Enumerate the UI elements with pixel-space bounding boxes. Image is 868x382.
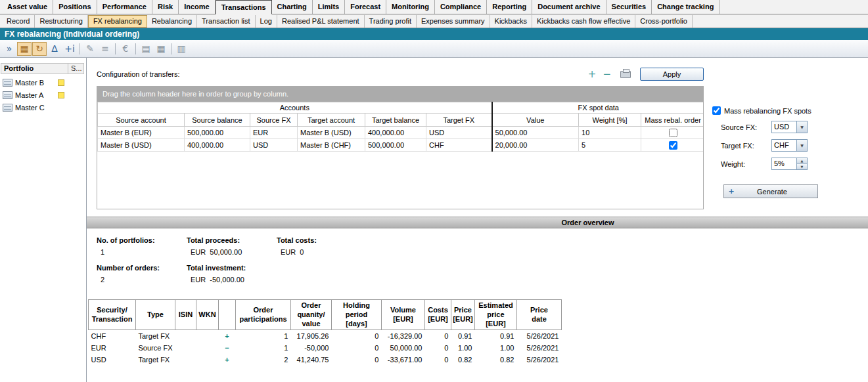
col-isin[interactable]: ISIN [175,300,196,330]
app-window: Asset value Positions Performance Risk I… [0,0,868,382]
mass-order-checkbox[interactable] [669,129,677,137]
tab-performance[interactable]: Performance [97,0,152,14]
col-security-transaction[interactable]: Security/ Transaction [89,300,136,330]
mass-rebalancing-checkbox[interactable] [712,106,721,115]
status-column-header[interactable]: S... [68,63,84,74]
col-order-quantity-value[interactable]: Order quanity/ value [290,300,331,330]
tab-document-archive[interactable]: Document archive [532,0,606,14]
add-transfer-icon[interactable]: + [588,68,597,80]
group-header-fx-spot-data[interactable]: FX spot data [492,102,704,114]
config-transfers-label: Configuration of transfers: [97,70,180,78]
col-source-fx[interactable]: Source FX [250,114,298,127]
subtab-cross-portfolio[interactable]: Cross-portfolio [635,15,693,28]
tab-risk[interactable]: Risk [152,0,179,14]
source-fx-select[interactable]: USD ▼ [771,121,808,133]
spin-up-icon[interactable]: ▲ [797,158,807,163]
generate-icon: + [724,187,739,196]
col-price-date[interactable]: Price date [516,300,561,330]
col-weight[interactable]: Weight [%] [579,114,641,127]
subtab-rebalancing[interactable]: Rebalancing [147,15,197,28]
tab-charting[interactable]: Charting [272,0,313,14]
subtab-realised-pl-statement[interactable]: Realised P&L statement [277,15,365,28]
chevron-down-icon[interactable]: ▼ [796,140,807,151]
print-icon[interactable] [620,71,631,78]
delta-icon[interactable]: Δ [47,42,62,56]
subtab-kickbacks[interactable]: Kickbacks [490,15,533,28]
generate-button[interactable]: + Generate [723,184,818,198]
adjust-icon[interactable]: ≡ [98,42,112,56]
tab-monitoring[interactable]: Monitoring [386,0,435,14]
status-indicator [58,92,64,98]
subtab-record[interactable]: Record [2,15,35,28]
toolbar: » ▦ ↻ Δ +i ✎ ≡ € ▤ ▦ ▥ [0,40,868,58]
weight-stepper[interactable]: 5% ▲ ▼ [771,158,808,170]
tab-reporting[interactable]: Reporting [487,0,532,14]
subtab-trading-profit[interactable]: Trading profit [365,15,417,28]
copy-table-icon[interactable]: ▥ [174,42,189,56]
col-source-account[interactable]: Source account [98,114,185,127]
spin-down-icon[interactable]: ▼ [797,163,807,169]
subtab-kickbacks-cash-flow-effective[interactable]: Kickbacks cash flow effective [532,15,635,28]
col-holding-period[interactable]: Holding period [days] [331,300,381,330]
portfolio-item-master-b[interactable]: Master B [0,76,86,89]
col-order-participations[interactable]: Order participations [235,300,290,330]
col-source-balance[interactable]: Source balance [185,114,250,127]
subtab-restructuring[interactable]: Restructuring [35,15,87,28]
tab-change-tracking[interactable]: Change tracking [652,0,720,14]
col-target-balance[interactable]: Target balance [365,114,426,127]
add-info-icon[interactable]: +i [62,42,77,56]
new-note-icon[interactable]: ▤ [139,42,153,56]
col-value[interactable]: Value [492,114,579,127]
euro-icon[interactable]: € [118,42,133,56]
col-target-account[interactable]: Target account [298,114,365,127]
apply-button[interactable]: Apply [640,68,704,81]
order-row[interactable]: EUR Source FX − 1 -50,000 0 50,000.00 0 … [89,342,562,354]
col-wkn[interactable]: WKN [196,300,218,330]
transfer-row[interactable]: Master B (USD) 400,000.00 USD Master B (… [98,139,704,152]
tab-limits[interactable]: Limits [313,0,345,14]
tab-transactions[interactable]: Transactions [216,0,272,14]
portfolio-item-master-a[interactable]: Master A [0,89,86,101]
orders-count-label: Number of orders: [97,263,187,274]
chevron-down-icon[interactable]: ▼ [796,121,807,133]
subtab-log[interactable]: Log [256,15,277,28]
buy-sign: + [218,354,235,366]
order-row[interactable]: CHF Target FX + 1 17,905.26 0 -16,329.00… [89,330,562,342]
subtab-fx-rebalancing[interactable]: FX rebalancing [88,15,147,28]
mass-rebalancing-panel: Mass rebalancing FX spots Source FX: USD… [712,106,868,198]
refresh-icon[interactable]: ↻ [32,42,47,56]
portfolio-label: Master A [15,91,43,99]
remove-transfer-icon[interactable]: − [603,68,611,80]
col-target-fx[interactable]: Target FX [426,114,492,127]
tab-compliance[interactable]: Compliance [435,0,487,14]
mass-order-checkbox[interactable] [669,141,677,150]
tab-securities[interactable]: Securities [606,0,652,14]
subtab-expenses-summary[interactable]: Expenses summary [417,15,490,28]
subtab-transaction-list[interactable]: Transaction list [197,15,256,28]
table-icon[interactable]: ▦ [154,42,168,56]
tab-income[interactable]: Income [179,0,216,14]
col-sign[interactable] [218,300,235,330]
group-header-accounts[interactable]: Accounts [98,102,492,114]
tab-positions[interactable]: Positions [53,0,97,14]
collapse-sidebar-icon[interactable]: » [2,42,16,56]
col-mass-rebal-order[interactable]: Mass rebal. order [641,114,704,127]
grid-edit-icon[interactable]: ▦ [17,42,32,56]
portfolio-item-master-c[interactable]: Master C [0,101,86,114]
portfolio-icon [3,79,12,87]
group-by-hint-bar: Drag the column header here in order to … [97,87,703,102]
col-costs[interactable]: Costs [EUR] [424,300,451,330]
edit-icon[interactable]: ✎ [83,42,97,56]
tab-asset-value[interactable]: Asset value [2,0,53,14]
col-price[interactable]: Price [EUR] [451,300,474,330]
target-fx-select[interactable]: CHF ▼ [771,139,808,152]
portfolios-count-label: No. of portfolios: [97,235,187,246]
tab-forecast[interactable]: Forecast [345,0,386,14]
col-estimated-price[interactable]: Estimated price [EUR] [474,300,516,330]
col-volume[interactable]: Volume [EUR] [381,300,424,330]
portfolio-column-header[interactable]: Portfolio [1,63,68,74]
col-type[interactable]: Type [136,300,175,330]
transfer-row[interactable]: Master B (EUR) 500,000.00 EUR Master B (… [98,127,704,139]
sub-tab-bar: Record Restructuring FX rebalancing Reba… [0,14,868,28]
order-row[interactable]: USD Target FX + 2 41,240.75 0 -33,671.00… [89,354,562,366]
